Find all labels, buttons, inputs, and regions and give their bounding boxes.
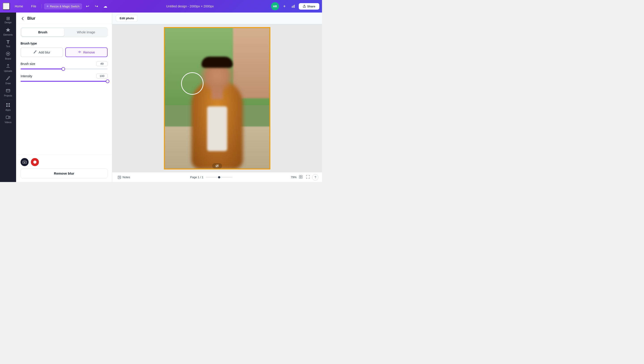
back-button[interactable] xyxy=(20,16,25,21)
sidebar-item-label-elements: Elements xyxy=(3,34,13,36)
svg-point-5 xyxy=(8,53,9,54)
svg-rect-10 xyxy=(6,105,8,107)
svg-point-13 xyxy=(34,53,34,54)
canvas-viewport xyxy=(112,24,322,172)
nav-center: Untitled design - 2000px × 2000px xyxy=(111,5,269,8)
chart-button[interactable] xyxy=(290,3,297,10)
canvas-image[interactable] xyxy=(164,27,270,169)
svg-rect-20 xyxy=(299,177,300,178)
hamburger-button[interactable] xyxy=(3,3,10,10)
intensity-label: Intensity xyxy=(20,74,32,78)
sidebar-item-videos[interactable]: Videos xyxy=(1,113,15,125)
svg-point-16 xyxy=(24,162,25,163)
resize-magic-button[interactable]: Resize & Magic Switch xyxy=(44,3,82,10)
sidebar-item-apps[interactable]: Apps xyxy=(1,101,15,113)
text-icon: T xyxy=(6,40,10,45)
panel-header: Blur xyxy=(16,13,112,24)
share-button[interactable]: Share xyxy=(299,3,319,10)
topnav: Home File Resize & Magic Switch ↩ ↪ ☁ Un… xyxy=(0,0,322,13)
sidebar-item-label-brand: Brand xyxy=(5,58,11,60)
svg-rect-7 xyxy=(6,89,10,90)
sidebar-item-label-videos: Videos xyxy=(5,121,12,124)
camera-icon xyxy=(22,160,26,164)
apps-icon xyxy=(6,103,10,108)
sidebar: ⊞ Design Elements T Text Brand xyxy=(0,13,16,182)
resize-dot-icon xyxy=(47,5,48,7)
edit-photo-button[interactable]: Edit photo xyxy=(116,15,138,22)
page-progress[interactable] xyxy=(206,177,232,177)
mode-toggle-group: Brush Whole image xyxy=(20,27,108,37)
sidebar-item-text[interactable]: T Text xyxy=(1,38,15,50)
person-shirt xyxy=(207,106,227,151)
svg-rect-9 xyxy=(8,103,10,105)
projects-icon xyxy=(6,88,10,94)
svg-rect-21 xyxy=(301,177,302,178)
add-button[interactable]: + xyxy=(281,3,288,10)
intensity-input[interactable] xyxy=(96,73,108,79)
hide-panel-btn[interactable] xyxy=(212,163,222,168)
remove-blur-brush-button[interactable]: Remove xyxy=(65,48,108,57)
remove-label: Remove xyxy=(83,51,95,54)
sidebar-item-projects[interactable]: Projects xyxy=(1,86,15,99)
redo-button[interactable]: ↪ xyxy=(93,3,100,10)
hamburger-line-3 xyxy=(4,8,8,8)
design-title: Untitled design - 2000px × 2000px xyxy=(166,5,214,8)
cloud-save-button[interactable]: ☁ xyxy=(102,3,109,10)
brush-size-thumb[interactable] xyxy=(62,67,65,71)
bg-building xyxy=(233,28,270,98)
sidebar-divider xyxy=(4,100,12,100)
zoom-controls: 79% ? xyxy=(291,174,318,180)
svg-rect-0 xyxy=(292,6,292,8)
grid-view-button[interactable] xyxy=(298,174,304,180)
fullscreen-button[interactable] xyxy=(305,174,311,180)
svg-rect-8 xyxy=(6,103,8,105)
camera-button[interactable] xyxy=(20,158,28,166)
nav-separator xyxy=(42,4,42,9)
intensity-slider[interactable] xyxy=(20,81,108,82)
brush-size-input[interactable] xyxy=(96,61,108,66)
chart-icon xyxy=(291,4,296,8)
svg-rect-2 xyxy=(294,5,295,8)
sidebar-item-label-apps: Apps xyxy=(6,109,11,111)
draw-icon xyxy=(6,76,10,81)
brush-type-group: Add blur Remove xyxy=(16,48,112,57)
uploads-icon xyxy=(6,64,10,69)
resize-magic-label: Resize & Magic Switch xyxy=(50,5,80,8)
sidebar-item-label-design: Design xyxy=(4,21,12,24)
sidebar-item-brand[interactable]: Brand xyxy=(1,50,15,62)
record-button[interactable] xyxy=(31,158,39,166)
record-inner xyxy=(33,160,36,164)
notes-button[interactable]: Notes xyxy=(116,174,132,180)
nav-right: HR + Share xyxy=(271,2,319,10)
brush-size-slider[interactable] xyxy=(20,69,108,69)
file-button[interactable]: File xyxy=(28,3,39,10)
add-blur-button[interactable]: Add blur xyxy=(20,48,63,57)
status-bar: Notes Page 1 / 1 79% xyxy=(112,172,322,182)
remove-blur-button[interactable]: Remove blur xyxy=(20,168,108,178)
home-button[interactable]: Home xyxy=(12,3,26,10)
videos-icon xyxy=(6,115,10,120)
user-avatar[interactable]: HR xyxy=(271,2,279,10)
notes-label: Notes xyxy=(122,175,130,179)
svg-rect-6 xyxy=(6,89,10,92)
sidebar-item-uploads[interactable]: Uploads xyxy=(1,62,15,74)
svg-rect-19 xyxy=(301,175,302,177)
help-button[interactable]: ? xyxy=(312,174,318,180)
sidebar-item-elements[interactable]: Elements xyxy=(1,26,15,38)
add-blur-label: Add blur xyxy=(39,51,50,54)
svg-rect-12 xyxy=(6,116,9,119)
sidebar-item-design[interactable]: ⊞ Design xyxy=(1,14,15,26)
eye-icon xyxy=(215,164,219,168)
canvas-area: Edit photo xyxy=(112,13,322,182)
hamburger-line-2 xyxy=(4,6,8,7)
undo-button[interactable]: ↩ xyxy=(84,3,91,10)
back-icon xyxy=(20,16,25,21)
whole-image-toggle-button[interactable]: Whole image xyxy=(65,28,108,37)
svg-rect-18 xyxy=(299,175,300,177)
notes-icon xyxy=(118,175,121,179)
sidebar-item-label-draw: Draw xyxy=(5,82,10,85)
sidebar-item-draw[interactable]: Draw xyxy=(1,74,15,86)
bottom-icons-row xyxy=(20,158,108,166)
intensity-thumb[interactable] xyxy=(106,79,109,83)
brush-toggle-button[interactable]: Brush xyxy=(22,28,64,36)
